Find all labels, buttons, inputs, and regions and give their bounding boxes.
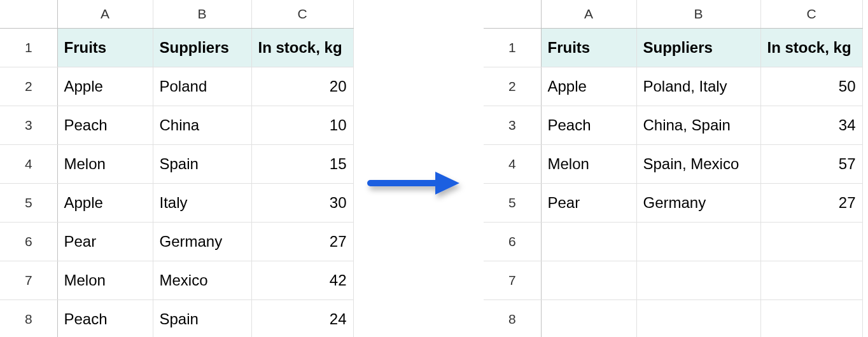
svg-marker-1 xyxy=(435,172,459,195)
cell-B6[interactable] xyxy=(636,222,760,261)
cell-C3[interactable]: 34 xyxy=(760,106,862,144)
cell-C1[interactable]: In stock, kg xyxy=(251,28,353,67)
cell-A3[interactable]: Peach xyxy=(57,106,153,144)
cell-A1[interactable]: Fruits xyxy=(57,28,153,67)
cell-C6[interactable] xyxy=(760,222,862,261)
cell-C2[interactable]: 20 xyxy=(251,67,353,106)
left-spreadsheet: A B C 1 Fruits Suppliers In stock, kg 2 … xyxy=(0,0,354,337)
row-header-8[interactable]: 8 xyxy=(484,299,541,337)
cell-A8[interactable] xyxy=(541,299,636,337)
cell-B1[interactable]: Suppliers xyxy=(636,28,760,67)
row-header-4[interactable]: 4 xyxy=(484,144,541,183)
row-header-2[interactable]: 2 xyxy=(484,67,541,106)
cell-B6[interactable]: Germany xyxy=(153,222,251,261)
table-row: 5 Apple Italy 30 xyxy=(0,183,353,222)
cell-B8[interactable] xyxy=(636,299,760,337)
cell-A7[interactable]: Melon xyxy=(57,261,153,299)
cell-B4[interactable]: Spain xyxy=(153,144,251,183)
cell-C5[interactable]: 30 xyxy=(251,183,353,222)
cell-A4[interactable]: Melon xyxy=(541,144,636,183)
cell-C3[interactable]: 10 xyxy=(251,106,353,144)
cell-A2[interactable]: Apple xyxy=(541,67,636,106)
cell-C6[interactable]: 27 xyxy=(251,222,353,261)
col-header-B[interactable]: B xyxy=(636,0,760,28)
cell-B5[interactable]: Germany xyxy=(636,183,760,222)
cell-A8[interactable]: Peach xyxy=(57,299,153,337)
cell-B5[interactable]: Italy xyxy=(153,183,251,222)
cell-B3[interactable]: China, Spain xyxy=(636,106,760,144)
table-row: 5 Pear Germany 27 xyxy=(484,183,862,222)
row-header-3[interactable]: 3 xyxy=(484,106,541,144)
cell-A7[interactable] xyxy=(541,261,636,299)
table-row: 7 Melon Mexico 42 xyxy=(0,261,353,299)
row-header-2[interactable]: 2 xyxy=(0,67,57,106)
column-header-row: A B C xyxy=(484,0,862,28)
row-header-1[interactable]: 1 xyxy=(0,28,57,67)
select-all-corner[interactable] xyxy=(0,0,57,28)
select-all-corner[interactable] xyxy=(484,0,541,28)
cell-C4[interactable]: 57 xyxy=(760,144,862,183)
cell-C5[interactable]: 27 xyxy=(760,183,862,222)
cell-C2[interactable]: 50 xyxy=(760,67,862,106)
row-header-5[interactable]: 5 xyxy=(0,183,57,222)
table-row: 4 Melon Spain 15 xyxy=(0,144,353,183)
cell-C8[interactable]: 24 xyxy=(251,299,353,337)
cell-A6[interactable] xyxy=(541,222,636,261)
row-header-5[interactable]: 5 xyxy=(484,183,541,222)
cell-C8[interactable] xyxy=(760,299,862,337)
col-header-C[interactable]: C xyxy=(760,0,862,28)
cell-B2[interactable]: Poland, Italy xyxy=(636,67,760,106)
cell-B7[interactable] xyxy=(636,261,760,299)
cell-B4[interactable]: Spain, Mexico xyxy=(636,144,760,183)
table-row: 8 Peach Spain 24 xyxy=(0,299,353,337)
col-header-A[interactable]: A xyxy=(57,0,153,28)
table-row: 2 Apple Poland, Italy 50 xyxy=(484,67,862,106)
arrow-icon xyxy=(364,169,466,211)
cell-A3[interactable]: Peach xyxy=(541,106,636,144)
col-header-B[interactable]: B xyxy=(153,0,251,28)
cell-C4[interactable]: 15 xyxy=(251,144,353,183)
table-row: 7 xyxy=(484,261,862,299)
cell-B2[interactable]: Poland xyxy=(153,67,251,106)
table-row: 2 Apple Poland 20 xyxy=(0,67,353,106)
cell-C7[interactable] xyxy=(760,261,862,299)
col-header-C[interactable]: C xyxy=(251,0,353,28)
cell-B1[interactable]: Suppliers xyxy=(153,28,251,67)
row-header-7[interactable]: 7 xyxy=(0,261,57,299)
row-header-6[interactable]: 6 xyxy=(0,222,57,261)
row-header-8[interactable]: 8 xyxy=(0,299,57,337)
table-row: 1 Fruits Suppliers In stock, kg xyxy=(484,28,862,67)
cell-A6[interactable]: Pear xyxy=(57,222,153,261)
cell-A5[interactable]: Pear xyxy=(541,183,636,222)
table-row: 6 Pear Germany 27 xyxy=(0,222,353,261)
table-row: 3 Peach China, Spain 34 xyxy=(484,106,862,144)
cell-A4[interactable]: Melon xyxy=(57,144,153,183)
table-row: 3 Peach China 10 xyxy=(0,106,353,144)
table-row: 8 xyxy=(484,299,862,337)
cell-A1[interactable]: Fruits xyxy=(541,28,636,67)
cell-B3[interactable]: China xyxy=(153,106,251,144)
col-header-A[interactable]: A xyxy=(541,0,636,28)
table-row: 4 Melon Spain, Mexico 57 xyxy=(484,144,862,183)
row-header-1[interactable]: 1 xyxy=(484,28,541,67)
row-header-6[interactable]: 6 xyxy=(484,222,541,261)
table-row: 1 Fruits Suppliers In stock, kg xyxy=(0,28,353,67)
cell-A2[interactable]: Apple xyxy=(57,67,153,106)
cell-B8[interactable]: Spain xyxy=(153,299,251,337)
column-header-row: A B C xyxy=(0,0,353,28)
right-spreadsheet: A B C 1 Fruits Suppliers In stock, kg 2 … xyxy=(484,0,863,337)
cell-C7[interactable]: 42 xyxy=(251,261,353,299)
row-header-4[interactable]: 4 xyxy=(0,144,57,183)
row-header-3[interactable]: 3 xyxy=(0,106,57,144)
cell-C1[interactable]: In stock, kg xyxy=(760,28,862,67)
cell-A5[interactable]: Apple xyxy=(57,183,153,222)
table-row: 6 xyxy=(484,222,862,261)
row-header-7[interactable]: 7 xyxy=(484,261,541,299)
cell-B7[interactable]: Mexico xyxy=(153,261,251,299)
